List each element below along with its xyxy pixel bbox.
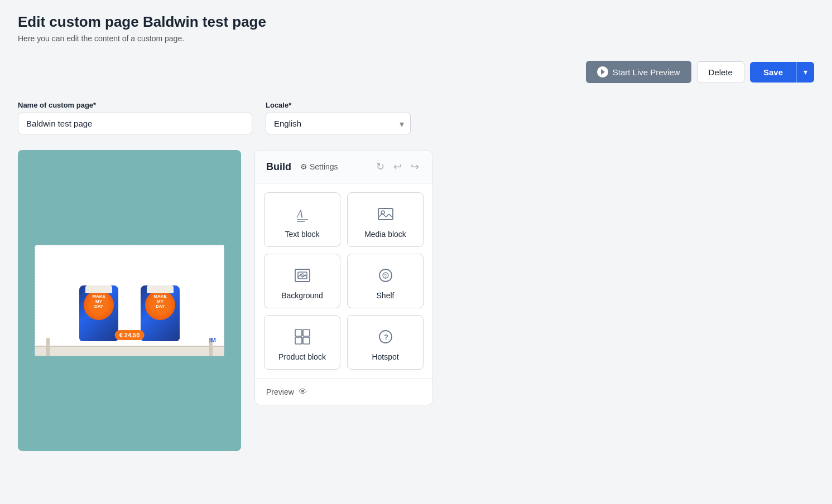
page-subtitle: Here you can edit the content of a custo…: [18, 34, 814, 43]
shelf-scene: MAKEMYDAY MAKEMYDAY € 24,50 IM: [35, 245, 224, 356]
redo-button[interactable]: ↪: [408, 159, 421, 174]
product-can-2: MAKEMYDAY: [141, 285, 180, 341]
block-shelf[interactable]: ? Shelf: [347, 254, 424, 308]
live-preview-button[interactable]: Start Live Preview: [586, 61, 691, 83]
product-cap-2: [147, 285, 174, 293]
media-block-label: Media block: [364, 230, 406, 239]
media-block-icon: [376, 204, 396, 224]
save-button[interactable]: Save: [750, 62, 796, 83]
save-group: Save ▾: [750, 62, 814, 83]
locale-label: Locale*: [266, 101, 411, 109]
play-icon: [597, 66, 608, 77]
preview-label: Preview: [266, 387, 294, 396]
page-title: Edit custom page Baldwin test page: [18, 13, 814, 31]
refresh-button[interactable]: ↻: [374, 159, 387, 174]
product-block-label: Product block: [278, 352, 326, 361]
block-background[interactable]: Background: [264, 254, 340, 308]
settings-label: Settings: [310, 162, 338, 171]
gear-icon: ⚙: [300, 162, 307, 171]
im-badge: IM: [209, 337, 216, 343]
svg-text:?: ?: [384, 333, 388, 341]
svg-rect-13: [295, 337, 302, 344]
preview-panel: MAKEMYDAY MAKEMYDAY € 24,50 IM: [18, 150, 241, 451]
svg-rect-14: [303, 337, 310, 344]
block-hotspot[interactable]: ? Hotspot: [347, 315, 424, 370]
eye-icon: 👁: [299, 387, 307, 397]
hotspot-label: Hotspot: [372, 352, 398, 361]
main-content: MAKEMYDAY MAKEMYDAY € 24,50 IM Build: [18, 150, 814, 451]
build-grid: A Text block: [255, 183, 432, 379]
build-header-actions: ↻ ↩ ↪: [374, 159, 421, 174]
name-input[interactable]: [18, 113, 252, 134]
name-label: Name of custom page*: [18, 101, 252, 109]
background-label: Background: [281, 291, 323, 300]
form-row: Name of custom page* Locale* English Dut…: [18, 101, 814, 134]
product-cap-1: [85, 285, 112, 293]
toolbar: Start Live Preview Delete Save ▾: [18, 61, 814, 83]
settings-button[interactable]: ⚙ Settings: [300, 162, 338, 171]
delete-button[interactable]: Delete: [697, 61, 744, 83]
svg-text:?: ?: [384, 273, 387, 279]
save-dropdown-button[interactable]: ▾: [796, 62, 814, 83]
block-media-block[interactable]: Media block: [347, 192, 424, 247]
locale-select[interactable]: English Dutch French German: [266, 113, 411, 134]
background-icon: [292, 265, 312, 285]
product-text-2: MAKEMYDAY: [153, 294, 167, 309]
svg-text:A: A: [296, 209, 304, 220]
svg-rect-11: [295, 329, 302, 336]
product-block-icon: [292, 327, 312, 347]
svg-rect-12: [303, 329, 310, 336]
block-text-block[interactable]: A Text block: [264, 192, 340, 247]
price-badge: € 24,50: [115, 330, 145, 340]
locale-field-group: Locale* English Dutch French German ▾: [266, 101, 411, 134]
text-block-label: Text block: [285, 230, 319, 239]
preview-row[interactable]: Preview 👁: [255, 379, 432, 405]
shelf-label: Shelf: [377, 291, 395, 300]
build-panel: Build ⚙ Settings ↻ ↩ ↪ A: [254, 150, 433, 405]
text-block-icon: A: [292, 204, 312, 224]
name-field-group: Name of custom page*: [18, 101, 252, 134]
chevron-down-icon: ▾: [804, 67, 807, 76]
shelf-floor: [35, 346, 224, 356]
shelf-leg-left: [46, 338, 50, 356]
product-can-1: MAKEMYDAY: [79, 285, 118, 341]
build-header: Build ⚙ Settings ↻ ↩ ↪: [255, 151, 432, 183]
undo-button[interactable]: ↩: [391, 159, 404, 174]
product-text-1: MAKEMYDAY: [92, 294, 105, 309]
svg-rect-3: [378, 209, 393, 220]
hotspot-icon: ?: [376, 327, 396, 347]
block-product-block[interactable]: Product block: [264, 315, 340, 370]
locale-select-wrapper: English Dutch French German ▾: [266, 113, 411, 134]
live-preview-label: Start Live Preview: [613, 67, 680, 77]
build-title: Build: [266, 161, 291, 173]
shelf-icon: ?: [376, 265, 396, 285]
